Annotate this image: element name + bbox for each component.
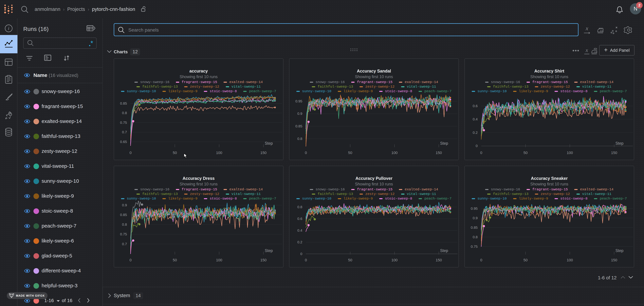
svg-text:0: 0 — [130, 258, 132, 262]
svg-text:0.8: 0.8 — [298, 137, 302, 141]
svg-text:100: 100 — [392, 151, 398, 155]
svg-text:Step: Step — [616, 141, 624, 146]
svg-text:50: 50 — [173, 151, 177, 155]
svg-text:150: 150 — [260, 151, 267, 155]
svg-text:0.95: 0.95 — [295, 99, 302, 103]
svg-text:50: 50 — [348, 258, 352, 262]
svg-text:150: 150 — [436, 258, 442, 262]
svg-text:0: 0 — [480, 258, 482, 262]
svg-text:Step: Step — [440, 141, 448, 146]
svg-text:Step: Step — [616, 248, 624, 253]
svg-text:0.4: 0.4 — [298, 228, 302, 232]
svg-text:150: 150 — [611, 151, 617, 155]
svg-text:0.6: 0.6 — [298, 217, 302, 221]
svg-text:x: x — [586, 47, 588, 53]
svg-text:0.85: 0.85 — [120, 213, 127, 217]
svg-text:0.8: 0.8 — [473, 235, 478, 239]
svg-text:0.4: 0.4 — [473, 117, 478, 121]
svg-text:0: 0 — [305, 151, 307, 155]
svg-text:0: 0 — [300, 252, 302, 256]
svg-text:0.75: 0.75 — [120, 121, 127, 124]
svg-text:0.95: 0.95 — [471, 206, 478, 210]
svg-text:100: 100 — [216, 151, 222, 155]
svg-text:100: 100 — [567, 258, 573, 262]
svg-text:50: 50 — [173, 258, 177, 262]
svg-text:0.65: 0.65 — [120, 140, 127, 144]
svg-text:50: 50 — [524, 258, 528, 262]
svg-text:50: 50 — [348, 151, 352, 155]
svg-text:x: x — [586, 26, 588, 32]
svg-text:Step: Step — [440, 248, 448, 253]
svg-text:0.7: 0.7 — [122, 242, 127, 246]
svg-text:0: 0 — [305, 258, 307, 262]
svg-text:0.7: 0.7 — [122, 130, 127, 134]
svg-text:0.8: 0.8 — [122, 111, 127, 115]
svg-text:150: 150 — [260, 258, 267, 262]
svg-text:0.9: 0.9 — [298, 112, 302, 116]
svg-text:100: 100 — [216, 258, 222, 262]
svg-text:150: 150 — [611, 258, 617, 262]
svg-text:0.2: 0.2 — [298, 240, 302, 244]
svg-text:Step: Step — [265, 141, 273, 146]
svg-text:Step: Step — [265, 248, 273, 253]
svg-text:0.6: 0.6 — [473, 104, 478, 108]
svg-text:0: 0 — [476, 144, 478, 148]
svg-text:0.75: 0.75 — [471, 244, 478, 248]
svg-text:50: 50 — [524, 151, 528, 155]
svg-text:0.75: 0.75 — [120, 232, 127, 236]
svg-text:150: 150 — [436, 151, 442, 155]
svg-text:0: 0 — [480, 151, 482, 155]
svg-text:0.8: 0.8 — [298, 205, 302, 209]
svg-text:i: i — [8, 26, 9, 31]
svg-text:0: 0 — [130, 151, 132, 155]
svg-text:0.8: 0.8 — [122, 222, 127, 226]
svg-text:0.9: 0.9 — [122, 203, 127, 207]
svg-text:100: 100 — [392, 258, 398, 262]
svg-text:0.85: 0.85 — [471, 225, 478, 229]
svg-text:0.85: 0.85 — [295, 124, 302, 128]
svg-text:0.9: 0.9 — [473, 216, 478, 220]
svg-text:100: 100 — [567, 151, 573, 155]
svg-text:0.2: 0.2 — [473, 131, 478, 135]
svg-text:0.85: 0.85 — [120, 101, 127, 105]
